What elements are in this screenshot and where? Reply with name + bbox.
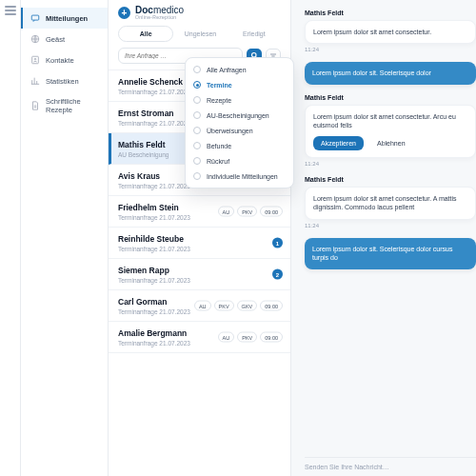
conversation-panel: Mathis FeldtLorem ipsum dolor sit amet c… — [291, 0, 476, 476]
sidebar-item-mitteilungen[interactable]: Mitteilungen — [21, 8, 108, 29]
message-bubble: Lorem ipsum dolor sit amet consectetur. — [305, 20, 476, 44]
sidebar-item-label: Statistiken — [46, 77, 79, 86]
filter-option-label: Rückruf — [207, 158, 229, 165]
radio-icon — [193, 66, 201, 73]
time-pill: 09:00 — [260, 207, 283, 217]
unread-count: 2 — [272, 269, 283, 280]
radio-icon — [193, 157, 201, 165]
request-row[interactable]: Reinhilde SteubeTerminanfrage 21.07.2023… — [109, 228, 290, 259]
message-bubble: Lorem ipsum dolor sit amet consectetur. … — [305, 105, 476, 158]
filter-option-label: Überweisungen — [207, 128, 253, 134]
time-pill: 09:00 — [260, 301, 283, 311]
tab-erledigt[interactable]: Erledigt — [228, 26, 281, 42]
filter-option[interactable]: Individuelle Mitteilungen — [186, 169, 293, 184]
radio-icon — [193, 111, 201, 119]
tag-pill: PKV — [237, 207, 257, 217]
filter-dropdown: Alle Anfragen Termine Rezepte AU-Beschei… — [185, 57, 294, 188]
sidebar-item-label: Geäst — [46, 35, 65, 44]
message-bubble: Lorem ipsum dolor sit. Scelerisque dolor… — [305, 238, 476, 269]
message-sender: Mathis Feldt — [305, 176, 476, 183]
radio-icon — [193, 172, 201, 180]
request-name: Siemen Rapp — [118, 266, 281, 275]
radio-icon — [193, 81, 201, 89]
request-row[interactable]: Friedhelm SteinTerminanfrage 21.07.2023A… — [109, 196, 290, 228]
tab-ungelesen[interactable]: Ungelesen — [173, 26, 227, 42]
filter-option[interactable]: Rezepte — [186, 92, 293, 108]
request-sub: Terminanfrage 21.07.2023 — [118, 246, 281, 252]
radio-icon — [193, 96, 201, 104]
sidebar-item-rezepte[interactable]: Schriftliche Rezepte — [21, 91, 108, 120]
radio-icon — [193, 127, 201, 134]
tag-pill: GKV — [237, 301, 258, 311]
filter-option[interactable]: Überweisungen — [186, 123, 293, 138]
brand: + Docmedico Online-Rezeption — [109, 0, 290, 24]
stats-icon — [30, 76, 40, 86]
tabs: Alle Ungelesen Erledigt — [109, 24, 290, 46]
message-block: Mathis FeldtLorem ipsum dolor sit amet c… — [305, 10, 476, 52]
chat-input[interactable]: Senden Sie Ihre Nachricht… — [305, 457, 476, 476]
chat-icon — [30, 13, 40, 23]
time-pill: 09:00 — [260, 332, 283, 343]
brand-subtitle: Online-Rezeption — [135, 15, 184, 20]
message-block: Lorem ipsum dolor sit. Scelerisque dolor… — [305, 238, 476, 269]
message-bubble: Lorem ipsum dolor sit. Scelerisque dolor — [305, 62, 476, 84]
request-sub: Terminanfrage 21.07.2023 — [118, 277, 281, 284]
sidebar: Mitteilungen Geäst Kontakte Statistiken … — [21, 0, 109, 476]
filter-option-label: Alle Anfragen — [207, 67, 247, 73]
request-row[interactable]: Siemen RappTerminanfrage 21.07.20232 — [109, 259, 290, 290]
message-block: Mathis FeldtLorem ipsum dolor sit amet c… — [305, 94, 476, 167]
message-sender: Mathis Feldt — [305, 94, 476, 101]
doc-icon — [30, 101, 40, 110]
message-bubble: Lorem ipsum dolor sit amet consectetur. … — [305, 187, 476, 220]
menu-toggle[interactable] — [5, 6, 16, 15]
filter-option[interactable]: AU-Bescheinigungen — [186, 108, 293, 123]
filter-option[interactable]: Alle Anfragen — [186, 62, 293, 77]
filter-option-label: Individuelle Mitteilungen — [207, 173, 278, 180]
message-time: 11:24 — [305, 223, 476, 228]
tag-pill: PKV — [214, 301, 234, 311]
sidebar-item-label: Mitteilungen — [46, 14, 88, 23]
tag-pill: AU — [218, 332, 235, 343]
unread-count: 1 — [272, 238, 283, 248]
message-time: 11:24 — [305, 161, 476, 167]
sidebar-item-statistiken[interactable]: Statistiken — [21, 70, 108, 91]
filter-option-label: Termine — [207, 82, 232, 89]
svg-point-3 — [34, 58, 36, 60]
message-sender: Mathis Feldt — [305, 10, 476, 16]
accept-button[interactable]: Akzeptieren — [313, 136, 364, 150]
decline-button[interactable]: Ablehnen — [369, 136, 413, 150]
request-name: Reinhilde Steube — [118, 234, 281, 244]
tag-pill: AU — [218, 207, 235, 217]
request-row[interactable]: Amalie BergmannTerminanfrage 21.07.2023A… — [109, 322, 290, 353]
sidebar-item-label: Kontakte — [46, 56, 74, 65]
tab-alle[interactable]: Alle — [118, 26, 173, 42]
message-block: Lorem ipsum dolor sit. Scelerisque dolor — [305, 62, 476, 84]
filter-option-label: Rezepte — [207, 97, 231, 104]
tag-pill: AU — [194, 301, 211, 311]
sidebar-item-label: Schriftliche Rezepte — [46, 97, 100, 114]
filter-option[interactable]: Befunde — [186, 138, 293, 153]
radio-icon — [193, 142, 201, 149]
contacts-icon — [30, 55, 40, 65]
tag-pill: PKV — [237, 332, 257, 343]
filter-option-label: Befunde — [207, 143, 231, 149]
brand-logo: + — [118, 7, 130, 19]
globe-icon — [30, 34, 40, 44]
svg-rect-0 — [31, 15, 39, 20]
sidebar-item-kontakte[interactable]: Kontakte — [21, 50, 108, 70]
request-row[interactable]: Carl GormanTerminanfrage 21.07.2023AUPKV… — [109, 290, 290, 322]
filter-option[interactable]: Termine — [186, 77, 293, 92]
filter-option[interactable]: Rückruf — [186, 153, 293, 169]
message-block: Mathis FeldtLorem ipsum dolor sit amet c… — [305, 176, 476, 228]
message-time: 11:24 — [305, 47, 476, 52]
sidebar-item-geaest[interactable]: Geäst — [21, 29, 108, 50]
filter-option-label: AU-Bescheinigungen — [207, 112, 269, 119]
